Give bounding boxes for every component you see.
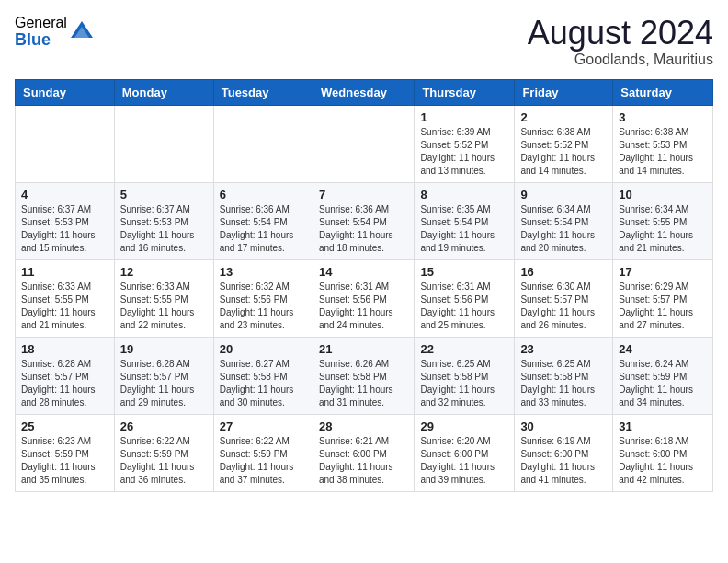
- table-row: 26Sunrise: 6:22 AMSunset: 5:59 PMDayligh…: [114, 414, 213, 491]
- table-row: 11Sunrise: 6:33 AMSunset: 5:55 PMDayligh…: [16, 259, 115, 337]
- header: General Blue August 2024 Goodlands, Maur…: [15, 15, 713, 68]
- table-row: 18Sunrise: 6:28 AMSunset: 5:57 PMDayligh…: [16, 337, 115, 414]
- day-info: Sunrise: 6:28 AMSunset: 5:57 PMDaylight:…: [21, 358, 108, 409]
- day-info: Sunrise: 6:23 AMSunset: 5:59 PMDaylight:…: [21, 435, 108, 487]
- day-info: Sunrise: 6:28 AMSunset: 5:57 PMDaylight:…: [120, 358, 208, 409]
- table-row: 16Sunrise: 6:30 AMSunset: 5:57 PMDayligh…: [515, 259, 613, 337]
- table-row: [213, 105, 313, 182]
- month-year: August 2024: [528, 15, 713, 52]
- day-info: Sunrise: 6:29 AMSunset: 5:57 PMDaylight:…: [619, 281, 707, 332]
- day-info: Sunrise: 6:19 AMSunset: 6:00 PMDaylight:…: [520, 435, 607, 487]
- table-row: 28Sunrise: 6:21 AMSunset: 6:00 PMDayligh…: [313, 414, 414, 491]
- day-number: 14: [319, 265, 408, 279]
- day-number: 20: [220, 342, 307, 356]
- table-row: 25Sunrise: 6:23 AMSunset: 5:59 PMDayligh…: [16, 414, 115, 491]
- day-info: Sunrise: 6:36 AMSunset: 5:54 PMDaylight:…: [319, 203, 408, 255]
- col-friday: Friday: [515, 79, 613, 105]
- day-info: Sunrise: 6:31 AMSunset: 5:56 PMDaylight:…: [420, 281, 508, 332]
- day-number: 13: [220, 265, 307, 279]
- table-row: 22Sunrise: 6:25 AMSunset: 5:58 PMDayligh…: [415, 337, 515, 414]
- day-info: Sunrise: 6:34 AMSunset: 5:55 PMDaylight:…: [619, 203, 707, 255]
- table-row: 6Sunrise: 6:36 AMSunset: 5:54 PMDaylight…: [213, 182, 313, 259]
- day-number: 5: [120, 188, 208, 201]
- table-row: 13Sunrise: 6:32 AMSunset: 5:56 PMDayligh…: [213, 259, 313, 337]
- table-row: 23Sunrise: 6:25 AMSunset: 5:58 PMDayligh…: [515, 337, 613, 414]
- day-info: Sunrise: 6:25 AMSunset: 5:58 PMDaylight:…: [420, 358, 508, 409]
- day-info: Sunrise: 6:21 AMSunset: 6:00 PMDaylight:…: [319, 435, 408, 487]
- table-row: 7Sunrise: 6:36 AMSunset: 5:54 PMDaylight…: [313, 182, 414, 259]
- day-info: Sunrise: 6:37 AMSunset: 5:53 PMDaylight:…: [120, 203, 208, 255]
- calendar-week-row: 18Sunrise: 6:28 AMSunset: 5:57 PMDayligh…: [16, 337, 713, 414]
- day-info: Sunrise: 6:36 AMSunset: 5:54 PMDaylight:…: [220, 203, 307, 255]
- day-info: Sunrise: 6:35 AMSunset: 5:54 PMDaylight:…: [420, 203, 508, 255]
- day-number: 9: [520, 188, 607, 201]
- day-number: 30: [520, 419, 607, 433]
- logo-blue: Blue: [15, 31, 67, 50]
- col-tuesday: Tuesday: [213, 79, 313, 105]
- day-number: 28: [319, 419, 408, 433]
- day-number: 24: [619, 342, 707, 356]
- day-info: Sunrise: 6:24 AMSunset: 5:59 PMDaylight:…: [619, 358, 707, 409]
- day-number: 18: [21, 342, 108, 356]
- day-info: Sunrise: 6:34 AMSunset: 5:54 PMDaylight:…: [520, 203, 607, 255]
- col-monday: Monday: [114, 79, 213, 105]
- table-row: [16, 105, 115, 182]
- table-row: 1Sunrise: 6:39 AMSunset: 5:52 PMDaylight…: [415, 105, 515, 182]
- table-row: [114, 105, 213, 182]
- table-row: 9Sunrise: 6:34 AMSunset: 5:54 PMDaylight…: [515, 182, 613, 259]
- table-row: 15Sunrise: 6:31 AMSunset: 5:56 PMDayligh…: [415, 259, 515, 337]
- day-info: Sunrise: 6:30 AMSunset: 5:57 PMDaylight:…: [520, 281, 607, 332]
- day-info: Sunrise: 6:22 AMSunset: 5:59 PMDaylight:…: [120, 435, 208, 487]
- day-number: 4: [21, 188, 108, 201]
- day-info: Sunrise: 6:20 AMSunset: 6:00 PMDaylight:…: [420, 435, 508, 487]
- day-info: Sunrise: 6:26 AMSunset: 5:58 PMDaylight:…: [319, 358, 408, 409]
- table-row: 27Sunrise: 6:22 AMSunset: 5:59 PMDayligh…: [213, 414, 313, 491]
- table-row: 3Sunrise: 6:38 AMSunset: 5:53 PMDaylight…: [613, 105, 713, 182]
- day-number: 10: [619, 188, 707, 201]
- day-number: 31: [619, 419, 707, 433]
- day-info: Sunrise: 6:33 AMSunset: 5:55 PMDaylight:…: [120, 281, 208, 332]
- table-row: 5Sunrise: 6:37 AMSunset: 5:53 PMDaylight…: [114, 182, 213, 259]
- day-info: Sunrise: 6:39 AMSunset: 5:52 PMDaylight:…: [420, 126, 508, 178]
- table-row: 30Sunrise: 6:19 AMSunset: 6:00 PMDayligh…: [515, 414, 613, 491]
- day-number: 15: [420, 265, 508, 279]
- day-number: 17: [619, 265, 707, 279]
- day-number: 16: [520, 265, 607, 279]
- logo-text: General Blue: [15, 15, 67, 49]
- logo-general: General: [15, 15, 67, 31]
- day-info: Sunrise: 6:38 AMSunset: 5:53 PMDaylight:…: [619, 126, 707, 178]
- calendar-week-row: 1Sunrise: 6:39 AMSunset: 5:52 PMDaylight…: [16, 105, 713, 182]
- title-block: August 2024 Goodlands, Mauritius: [528, 15, 713, 68]
- table-row: 12Sunrise: 6:33 AMSunset: 5:55 PMDayligh…: [114, 259, 213, 337]
- day-number: 3: [619, 110, 707, 124]
- day-number: 11: [21, 265, 108, 279]
- table-row: 24Sunrise: 6:24 AMSunset: 5:59 PMDayligh…: [613, 337, 713, 414]
- table-row: 4Sunrise: 6:37 AMSunset: 5:53 PMDaylight…: [16, 182, 115, 259]
- day-number: 12: [120, 265, 208, 279]
- day-info: Sunrise: 6:18 AMSunset: 6:00 PMDaylight:…: [619, 435, 707, 487]
- day-number: 21: [319, 342, 408, 356]
- table-row: 2Sunrise: 6:38 AMSunset: 5:52 PMDaylight…: [515, 105, 613, 182]
- calendar-week-row: 4Sunrise: 6:37 AMSunset: 5:53 PMDaylight…: [16, 182, 713, 259]
- table-row: 10Sunrise: 6:34 AMSunset: 5:55 PMDayligh…: [613, 182, 713, 259]
- col-saturday: Saturday: [613, 79, 713, 105]
- table-row: 19Sunrise: 6:28 AMSunset: 5:57 PMDayligh…: [114, 337, 213, 414]
- calendar-table: Sunday Monday Tuesday Wednesday Thursday…: [15, 79, 713, 492]
- day-number: 1: [420, 110, 508, 124]
- day-info: Sunrise: 6:33 AMSunset: 5:55 PMDaylight:…: [21, 281, 108, 332]
- day-number: 19: [120, 342, 208, 356]
- calendar-week-row: 11Sunrise: 6:33 AMSunset: 5:55 PMDayligh…: [16, 259, 713, 337]
- table-row: 31Sunrise: 6:18 AMSunset: 6:00 PMDayligh…: [613, 414, 713, 491]
- location: Goodlands, Mauritius: [528, 52, 713, 68]
- day-info: Sunrise: 6:27 AMSunset: 5:58 PMDaylight:…: [220, 358, 307, 409]
- day-info: Sunrise: 6:22 AMSunset: 5:59 PMDaylight:…: [220, 435, 307, 487]
- table-row: 17Sunrise: 6:29 AMSunset: 5:57 PMDayligh…: [613, 259, 713, 337]
- day-number: 27: [220, 419, 307, 433]
- day-info: Sunrise: 6:31 AMSunset: 5:56 PMDaylight:…: [319, 281, 408, 332]
- table-row: 21Sunrise: 6:26 AMSunset: 5:58 PMDayligh…: [313, 337, 414, 414]
- table-row: 14Sunrise: 6:31 AMSunset: 5:56 PMDayligh…: [313, 259, 414, 337]
- day-info: Sunrise: 6:32 AMSunset: 5:56 PMDaylight:…: [220, 281, 307, 332]
- day-info: Sunrise: 6:37 AMSunset: 5:53 PMDaylight:…: [21, 203, 108, 255]
- col-sunday: Sunday: [16, 79, 115, 105]
- day-number: 23: [520, 342, 607, 356]
